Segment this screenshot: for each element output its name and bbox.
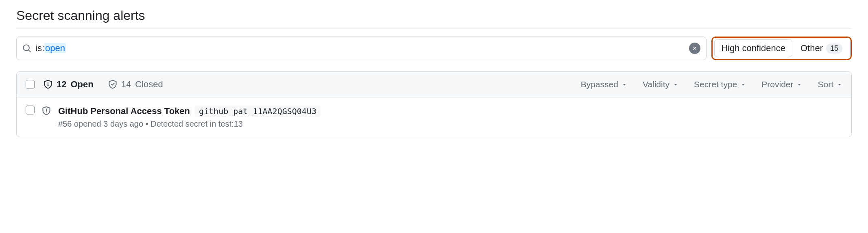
other-tab[interactable]: Other 15 bbox=[794, 40, 849, 57]
search-input[interactable]: is:open bbox=[16, 37, 707, 60]
closed-label: Closed bbox=[135, 79, 163, 90]
filter-sort[interactable]: Sort bbox=[818, 80, 842, 89]
caret-down-icon bbox=[796, 82, 802, 87]
filter-bypassed[interactable]: Bypassed bbox=[581, 80, 627, 89]
alert-meta: #56 opened 3 days ago • Detected secret … bbox=[58, 119, 842, 129]
filter-sort-label: Sort bbox=[818, 80, 833, 89]
open-tab[interactable]: 12 Open bbox=[44, 79, 94, 90]
state-tabs: 12 Open 14 Closed bbox=[44, 79, 163, 90]
high-confidence-label: High confidence bbox=[721, 43, 785, 54]
filter-provider-label: Provider bbox=[761, 80, 793, 89]
alerts-list: 12 Open 14 Closed Bypassed Validity bbox=[16, 71, 852, 137]
caret-down-icon bbox=[673, 82, 678, 87]
filter-bar: Bypassed Validity Secret type Provider S… bbox=[581, 80, 842, 89]
alert-title-line: GitHub Personal Access Token github_pat_… bbox=[58, 106, 842, 117]
caret-down-icon bbox=[740, 82, 746, 87]
alert-row[interactable]: GitHub Personal Access Token github_pat_… bbox=[17, 97, 851, 137]
closed-count: 14 bbox=[121, 79, 131, 90]
filter-bypassed-label: Bypassed bbox=[581, 80, 618, 89]
alert-main: GitHub Personal Access Token github_pat_… bbox=[58, 106, 842, 129]
list-header: 12 Open 14 Closed Bypassed Validity bbox=[17, 72, 851, 97]
search-qualifier-key: is: bbox=[35, 43, 44, 53]
close-icon bbox=[692, 45, 698, 51]
other-count-badge: 15 bbox=[826, 43, 842, 54]
other-label: Other bbox=[800, 43, 823, 54]
clear-search-button[interactable] bbox=[689, 43, 700, 54]
search-row: is:open High confidence Other 15 bbox=[16, 37, 852, 60]
filter-secret-type-label: Secret type bbox=[694, 80, 737, 89]
filter-validity[interactable]: Validity bbox=[643, 80, 678, 89]
alert-checkbox[interactable] bbox=[26, 106, 35, 114]
shield-alert-icon bbox=[42, 106, 51, 115]
closed-tab[interactable]: 14 Closed bbox=[108, 79, 163, 90]
filter-secret-type[interactable]: Secret type bbox=[694, 80, 746, 89]
search-query: is:open bbox=[35, 43, 685, 54]
caret-down-icon bbox=[837, 82, 842, 87]
high-confidence-tab[interactable]: High confidence bbox=[714, 39, 792, 57]
alert-token: github_pat_11AA2QGSQ04U3 bbox=[195, 106, 321, 117]
open-label: Open bbox=[70, 79, 93, 90]
search-icon bbox=[22, 44, 31, 53]
filter-validity-label: Validity bbox=[643, 80, 670, 89]
open-count: 12 bbox=[57, 79, 66, 90]
select-all-checkbox[interactable] bbox=[26, 80, 35, 89]
shield-check-icon bbox=[108, 80, 117, 89]
search-qualifier-value: open bbox=[44, 43, 66, 53]
page-title: Secret scanning alerts bbox=[16, 8, 852, 28]
alert-title: GitHub Personal Access Token bbox=[58, 106, 190, 116]
filter-provider[interactable]: Provider bbox=[761, 80, 802, 89]
shield-alert-icon bbox=[44, 80, 52, 89]
confidence-toggle: High confidence Other 15 bbox=[711, 37, 852, 60]
caret-down-icon bbox=[622, 82, 627, 87]
